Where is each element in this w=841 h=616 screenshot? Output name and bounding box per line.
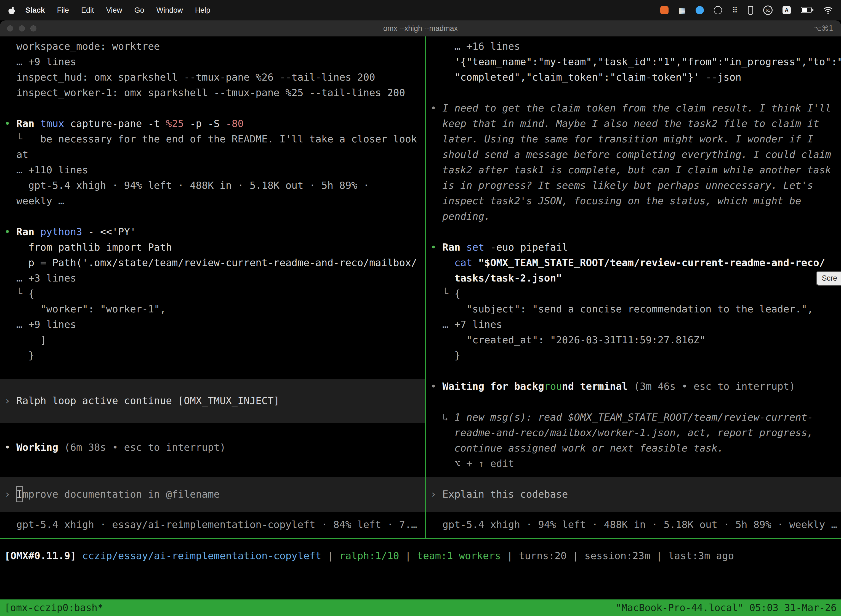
menu-file[interactable]: File [57, 6, 69, 15]
text-segment: last:3m ago [668, 548, 734, 563]
text-segment: Ralph loop active continue [OMX_TMUX_INJ… [16, 393, 280, 408]
text-segment: … +110 lines [4, 164, 88, 176]
menu-help[interactable]: Help [195, 6, 211, 15]
text-segment: nd terminal [562, 381, 634, 392]
terminal-line: } [4, 348, 425, 363]
text-segment: later. Using the same for transition mig… [431, 133, 813, 145]
text-segment: "subject": "send a concise recommendatio… [431, 303, 813, 315]
battery-percent: 61 [766, 8, 770, 12]
terminal-line: keep that in mind. Maybe I also need the… [431, 116, 841, 131]
raycast-icon[interactable] [696, 6, 704, 14]
terminal-line [431, 363, 841, 378]
text-segment: -80 [226, 118, 244, 129]
text-segment: rou [544, 381, 562, 392]
terminal-line: readme-and-reco/mailbox/worker-1.json, a… [431, 425, 841, 440]
menu-app-name[interactable]: Slack [25, 6, 45, 15]
composer-prompt-left[interactable]: › Improve documentation in @filename [0, 477, 425, 512]
tmux-session-info: [omx-cczip0:bash* [4, 600, 103, 616]
text-segment: I need to get the claim token from the c… [442, 103, 831, 114]
terminal-line: gpt-5.4 xhigh · 94% left · 488K in · 5.1… [4, 178, 425, 193]
text-segment: • [431, 103, 442, 114]
screen-recording-icon[interactable] [660, 6, 668, 14]
text-segment: I [16, 487, 22, 502]
text-segment: | [399, 548, 417, 563]
text-segment: … +9 lines [4, 56, 76, 67]
text-segment: 1 new msg(s): read $OMX_TEAM_STATE_ROOT/… [454, 412, 813, 423]
terminal-line: ↳ 1 new msg(s): read $OMX_TEAM_STATE_ROO… [431, 409, 841, 425]
wifi-icon[interactable] [823, 6, 833, 14]
text-segment: should send a message before completing … [431, 149, 831, 160]
text-segment: %25 [166, 118, 190, 129]
terminal-line: inspect task2's JSON, focusing on the st… [431, 193, 841, 209]
text-segment: gpt-5.4 xhigh · essay/ai-reimplementatio… [4, 517, 417, 532]
text-segment: └ [4, 288, 28, 299]
text-segment: set [466, 242, 490, 253]
terminal-line: inspect_worker-1: omx sparkshell --tmux-… [4, 85, 425, 100]
composer-prompt-right[interactable]: › Explain this codebase [426, 477, 841, 512]
terminal-line: • Ran tmux capture-pane -t %25 -p -S -80 [4, 116, 425, 131]
text-segment: tasks/task-2.json" [454, 273, 562, 284]
terminal-line: "created_at": "2026-03-31T11:59:27.816Z" [431, 332, 841, 348]
terminal-line: task2 after task1 is complete, but can I… [431, 162, 841, 178]
text-segment: "completed","claim_token":"claim-token"}… [431, 72, 741, 83]
menu-bar: Slack File Edit View Go Window Help ▦ ⠿ … [0, 0, 841, 21]
title-bar[interactable]: omx --xhigh --madmax ⌥⌘1 [0, 21, 841, 37]
menu-view[interactable]: View [106, 6, 122, 15]
text-segment: - <<'PY' [88, 226, 136, 238]
text-segment: gpt-5.4 xhigh · 94% left · 488K in · 5.1… [431, 517, 837, 532]
text-segment: -p -S [190, 118, 226, 129]
app-circle-icon[interactable] [714, 6, 722, 14]
text-segment: • [431, 242, 442, 253]
ralph-status-band: › Ralph loop active continue [OMX_TMUX_I… [0, 378, 425, 423]
text-segment: workspace_mode: worktree [4, 41, 160, 52]
text-segment: is in progress? It seems likely but perh… [431, 180, 813, 191]
battery-icon[interactable] [801, 7, 813, 13]
tmux-status-bar: [omx-cczip0:bash* "MacBook-Pro-44.local"… [0, 600, 841, 616]
terminal-line: weekly … [4, 193, 425, 209]
tmux-pane-border [0, 538, 841, 539]
apple-menu-icon[interactable] [8, 6, 15, 14]
terminal-line: from pathlib import Path [4, 239, 425, 255]
text-segment [431, 273, 454, 284]
text-segment: task2 after task1 is complete, but can I… [431, 164, 831, 176]
text-segment: … +7 lines [431, 319, 502, 330]
menu-window[interactable]: Window [157, 6, 183, 15]
text-segment: cat [454, 257, 478, 268]
keyboard-icon[interactable]: ▦ [678, 6, 686, 15]
text-segment: { [28, 288, 35, 299]
terminal-line: └ { [4, 286, 425, 301]
window-shortcut: ⌥⌘1 [813, 21, 833, 37]
terminal-line: } [431, 348, 841, 363]
terminal-line: • Ran python3 - <<'PY' [4, 224, 425, 239]
terminal-line: • Ran set -euo pipefail [431, 239, 841, 255]
text-segment: continue assigned work or next feasible … [431, 442, 724, 454]
terminal-line: inspect_hud: omx sparkshell --tmux-pane … [4, 70, 425, 85]
text-segment: p = Path('.omx/state/team/review-current… [4, 257, 417, 268]
menu-go[interactable]: Go [134, 6, 144, 15]
device-icon[interactable] [748, 6, 753, 15]
battery-gauge-icon[interactable]: 61 [763, 6, 772, 15]
text-segment: Working [16, 440, 64, 455]
pane-right-status: gpt-5.4 xhigh · 94% left · 488K in · 5.1… [426, 517, 841, 532]
menu-edit[interactable]: Edit [81, 6, 94, 15]
text-segment: readme-and-reco/mailbox/worker-1.json, a… [431, 427, 813, 438]
terminal-line: … +7 lines [431, 317, 841, 332]
text-segment: at [4, 149, 28, 160]
text-segment: keep that in mind. Maybe I also need the… [431, 118, 819, 129]
terminal-line: "worker": "worker-1", [4, 301, 425, 317]
text-segment: python3 [40, 226, 88, 238]
text-segment: Explain this codebase [442, 487, 568, 502]
input-source-icon[interactable]: A [782, 6, 791, 14]
terminal-line: is in progress? It seems likely but perh… [431, 178, 841, 193]
terminal-line: workspace_mode: worktree [4, 39, 425, 54]
app-grid-icon[interactable]: ⠿ [732, 6, 738, 15]
terminal-line: … +3 lines [4, 270, 425, 286]
working-status-row: • Working (6m 38s • esc to interrupt) [0, 440, 425, 455]
terminal-line: tasks/task-2.json" [431, 270, 841, 286]
text-segment: • [431, 381, 442, 392]
text-segment: inspect task2's JSON, focusing on the st… [431, 195, 801, 207]
text-segment: ⌥ + ↑ edit [431, 458, 514, 469]
text-segment: } [431, 350, 460, 361]
text-segment: weekly … [4, 195, 64, 207]
terminal-line: … +110 lines [4, 162, 425, 178]
